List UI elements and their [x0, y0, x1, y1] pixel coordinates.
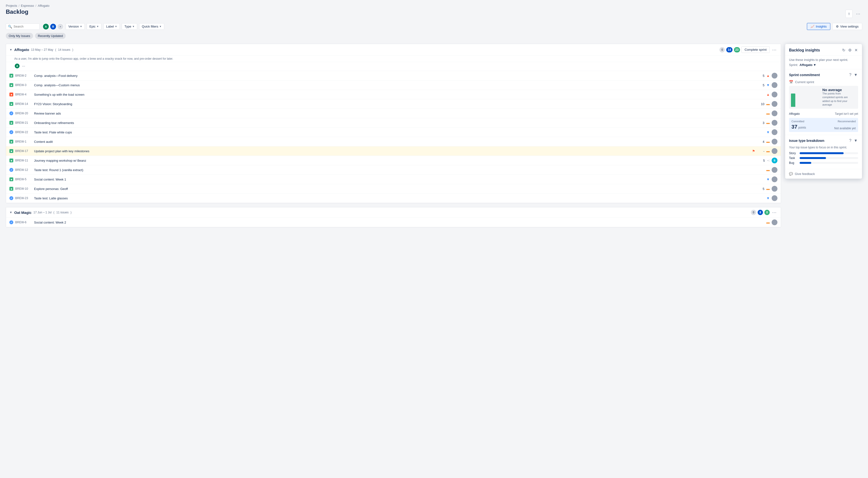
- recommended-label: Recommended: [838, 120, 856, 123]
- sprint-oat-magic-header[interactable]: ▼ Oat Magic 17 Jun – 1 Jul ( 11 issues )…: [6, 207, 781, 218]
- issue-key: BREW-1: [15, 140, 32, 143]
- chart-bar: [791, 93, 795, 107]
- table-row[interactable]: ✓ BREW-6 Social content: Week 2 ▬: [6, 218, 781, 227]
- quick-filters-chevron-icon: ▼: [159, 25, 162, 28]
- table-row[interactable]: ✓ BREW-23 Taste test: Latte glasses ▼: [6, 193, 781, 203]
- priority-high-icon: ▲: [766, 74, 770, 78]
- issue-summary: Taste test: Flate white cups: [34, 130, 755, 134]
- badge-blue: 14: [726, 47, 732, 53]
- table-row[interactable]: ✓ BREW-22 Taste test: Flate white cups ▼: [6, 128, 781, 137]
- search-input[interactable]: [13, 25, 37, 28]
- help-button[interactable]: ?: [849, 72, 852, 78]
- chart-no-average: No average The points from completed spr…: [823, 88, 854, 107]
- sprint-user-more[interactable]: ⋯: [22, 64, 25, 68]
- insights-panel: Backlog insights ↻ ⚙ ✕ Use these insight…: [785, 44, 862, 179]
- sprint-affogato-header[interactable]: ▼ Affogato 13 May – 27 May ( 14 issues )…: [6, 44, 781, 56]
- collapse-icon[interactable]: ▼: [9, 211, 12, 214]
- badge-gray: 0: [719, 47, 725, 53]
- collapse-section-button[interactable]: ▼: [853, 72, 858, 78]
- current-sprint-label: Current sprint: [795, 80, 814, 84]
- sprint-issues-count: (: [55, 48, 56, 52]
- table-row[interactable]: ■ BREW-1 Content audit 4 ▬: [6, 137, 781, 146]
- feedback-row[interactable]: 💬 Give feedback: [785, 169, 862, 179]
- priority-medium-icon: ▬: [766, 111, 770, 115]
- issue-type-story-icon: ■: [9, 74, 13, 78]
- view-settings-label: View settings: [840, 25, 859, 28]
- issue-avatar: [772, 73, 777, 79]
- issue-type-task-icon: ✓: [9, 196, 13, 200]
- table-row[interactable]: ■ BREW-11 Journey mapping workshop w/ Be…: [6, 156, 781, 165]
- main-content: ▼ Affogato 13 May – 27 May ( 14 issues )…: [6, 44, 862, 231]
- sprint-user-avatar[interactable]: A: [14, 63, 20, 69]
- issue-summary: Something's up with the load screen: [34, 93, 755, 96]
- issue-summary: Review banner ads: [34, 112, 755, 115]
- table-row[interactable]: ■ BREW-3 Comp. analysis—Custom menus 5 ▼: [6, 81, 781, 90]
- issue-avatar: [772, 148, 777, 154]
- breadcrumb-affogato[interactable]: Affogato: [38, 4, 49, 7]
- breakdown-collapse-button[interactable]: ▼: [853, 138, 858, 143]
- issue-avatar: [772, 101, 777, 107]
- priority-medium-icon: ▬: [766, 102, 770, 106]
- version-label: Version: [68, 25, 79, 28]
- calendar-icon: 📅: [789, 80, 793, 84]
- collapse-icon[interactable]: ▼: [9, 48, 12, 52]
- issue-type-story-icon: ■: [9, 121, 13, 125]
- sprint2-more-button[interactable]: ⋯: [771, 210, 777, 215]
- sprint-more-button[interactable]: ⋯: [771, 47, 777, 53]
- flag-icon: ⚑: [752, 149, 755, 153]
- share-button[interactable]: ⇧: [845, 10, 852, 18]
- priority-medium-icon: ▬: [766, 220, 770, 224]
- table-row[interactable]: ■ BREW-4 Something's up with the load sc…: [6, 90, 781, 99]
- type-filter[interactable]: Type ▼: [122, 23, 137, 30]
- table-row[interactable]: ■ BREW-14 FY23 Vision: Storyboarding 10 …: [6, 99, 781, 109]
- issue-key: BREW-5: [15, 178, 32, 181]
- priority-none-icon: ∹: [767, 158, 770, 162]
- table-row[interactable]: ■ BREW-10 Explore personas: Geoff 5 ▬: [6, 184, 781, 193]
- more-button[interactable]: ⋯: [854, 10, 862, 18]
- breadcrumb-projects[interactable]: Projects: [6, 4, 17, 7]
- view-settings-button[interactable]: ⚙ View settings: [832, 23, 862, 30]
- recently-updated-pill[interactable]: Recently Updated: [35, 33, 66, 39]
- add-user-button[interactable]: +: [57, 23, 64, 30]
- epic-filter[interactable]: Epic ▼: [87, 23, 101, 30]
- sprint-table-name: Affogato: [789, 112, 800, 116]
- search-box[interactable]: 🔍: [6, 24, 40, 30]
- table-row[interactable]: ■ BREW-17 Update project plan with key m…: [6, 146, 781, 156]
- table-row[interactable]: ■ BREW-21 Onboarding tour refinements 3 …: [6, 118, 781, 128]
- priority-low-icon: ▼: [766, 130, 770, 134]
- sprint-select[interactable]: Affogato ▼: [800, 63, 816, 67]
- page-title: Backlog: [6, 8, 28, 15]
- type-chevron-icon: ▼: [132, 25, 134, 28]
- avatar-user1[interactable]: A: [42, 23, 49, 30]
- quick-filters-filter[interactable]: Quick filters ▼: [139, 23, 164, 30]
- issue-summary: FY23 Vision: Storyboarding: [34, 102, 755, 106]
- breakdown-description: Your top issue types to focus on in this…: [789, 146, 858, 149]
- issue-avatar: [772, 139, 777, 145]
- breakdown-help-button[interactable]: ?: [849, 138, 852, 143]
- breadcrumb-espresso[interactable]: Espresso: [21, 4, 34, 7]
- version-filter[interactable]: Version ▼: [66, 23, 85, 30]
- table-row[interactable]: ✓ BREW-12 Taste test: Round 1 (vanilla e…: [6, 165, 781, 175]
- table-row[interactable]: ✓ BREW-20 Review banner ads ▬: [6, 109, 781, 118]
- refresh-button[interactable]: ↻: [842, 48, 846, 53]
- settings-button[interactable]: ⚙: [848, 48, 852, 53]
- label-filter[interactable]: Label ▼: [103, 23, 120, 30]
- insights-button[interactable]: 📈 Insights: [807, 23, 830, 30]
- only-my-issues-pill[interactable]: Only My Issues: [6, 33, 33, 39]
- complete-sprint-button[interactable]: Complete sprint: [741, 47, 770, 53]
- committed-value-group: 37 points: [792, 124, 806, 130]
- insights-chart-icon: 📈: [810, 25, 814, 28]
- issue-type-story-icon: ■: [9, 177, 13, 181]
- priority-low-icon: ▼: [766, 83, 770, 87]
- sprint-issues-count-text: 11 issues: [56, 211, 69, 214]
- priority-medium-icon: ▬: [766, 140, 770, 144]
- close-button[interactable]: ✕: [854, 48, 858, 53]
- table-row[interactable]: ■ BREW-2 Comp. analysis—Food delivery 5 …: [6, 71, 781, 81]
- issue-summary: Social content: Week 2: [34, 221, 755, 224]
- sprint-name: Oat Magic: [14, 210, 32, 215]
- committed-label: Committed: [792, 120, 804, 123]
- issue-summary: Content audit: [34, 140, 755, 144]
- issue-avatar: [772, 186, 777, 191]
- table-row[interactable]: ■ BREW-5 Social content: Week 1 ▼: [6, 175, 781, 184]
- avatar-user2[interactable]: B: [50, 23, 57, 30]
